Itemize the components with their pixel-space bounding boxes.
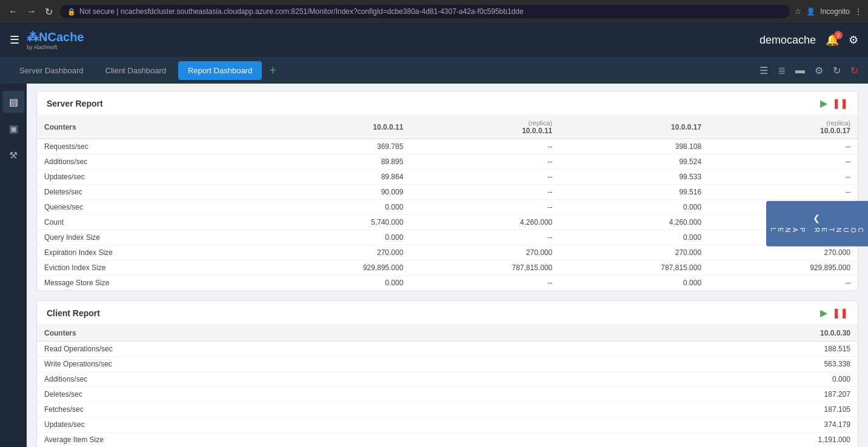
table-row: Updates/sec 374.179	[37, 417, 858, 432]
row-v4: --	[709, 139, 858, 154]
browser-nav[interactable]: ← → ↻	[6, 6, 55, 18]
server-table-header-row: Counters 10.0.0.11 (replica)10.0.0.11 10…	[37, 116, 858, 139]
row-label: Updates/sec	[37, 170, 262, 185]
app-layout: ▤ ▣ ⚒ Server Report ▶ ❚❚ Counters 10.0.0…	[0, 84, 868, 447]
client-table-body: Read Operations/sec 188.515 Write Operat…	[37, 342, 858, 448]
hamburger-menu[interactable]: ☰	[10, 33, 19, 47]
client-report-header: Client Report ▶ ❚❚	[37, 301, 858, 325]
table-row: Message Store Size 0.000 -- 0.000 --	[37, 276, 858, 291]
topnav-left: ☰ ⁂NCache by Alachisoft	[10, 30, 84, 50]
row-v1: 0.000	[561, 372, 858, 387]
row-v1: 929,895.000	[262, 260, 411, 276]
row-v3: 787,815.000	[559, 260, 709, 276]
list-icon-1[interactable]: ☰	[760, 65, 768, 76]
tab-report-dashboard[interactable]: Report Dashboard	[178, 61, 262, 80]
table-row: Read Operations/sec 188.515	[37, 342, 858, 357]
app-logo: ⁂NCache by Alachisoft	[27, 30, 84, 50]
back-button[interactable]: ←	[6, 6, 21, 17]
server-report-title: Server Report	[47, 99, 103, 108]
row-label: Additions/sec	[37, 372, 561, 387]
row-v1: 89.864	[262, 170, 411, 185]
table-row: Fetches/sec 187.105	[37, 402, 858, 417]
row-v4: 929,895.000	[709, 260, 858, 276]
topnav-right: democache 🔔 2 ⚙	[760, 33, 858, 47]
tab-client-dashboard[interactable]: Client Dashboard	[96, 61, 176, 80]
row-label: Deletes/sec	[37, 387, 561, 402]
tab-bar: Server Dashboard Client Dashboard Report…	[0, 57, 868, 84]
menu-icon[interactable]: ⋮	[855, 7, 862, 16]
sidebar: ▤ ▣ ⚒	[0, 84, 27, 447]
server-report-table: Counters 10.0.0.11 (replica)10.0.0.11 10…	[37, 116, 858, 290]
col-10011: 10.0.0.11	[262, 116, 411, 139]
notification-badge: 2	[834, 31, 843, 39]
col-replica-10017: (replica)10.0.0.17	[709, 116, 858, 139]
address-bar[interactable]: 🔒 Not secure | ncachesfdcluster.southeas…	[60, 5, 790, 18]
table-row: Average Item Size 1,191.000	[37, 432, 858, 448]
table-row: Updates/sec 89.864 -- 99.533 --	[37, 170, 858, 185]
table-row: Deletes/sec 90.009 -- 99.516 --	[37, 185, 858, 200]
list-icon-2[interactable]: ≣	[778, 65, 786, 76]
logo-text: ⁂NCache	[27, 30, 84, 44]
forward-button[interactable]: →	[24, 6, 39, 17]
counter-panel[interactable]: ❮ COUNTERPANEL	[766, 201, 868, 247]
server-play-button[interactable]: ▶	[820, 98, 827, 109]
profile-icon[interactable]: 👤	[806, 7, 815, 16]
row-v4: --	[709, 154, 858, 170]
row-v1: 1,191.000	[561, 432, 858, 448]
table-row: Count 5,740.000 4,260.000 4,260.000 5,74…	[37, 215, 858, 230]
sidebar-item-monitor[interactable]: ▣	[2, 118, 24, 139]
client-play-button[interactable]: ▶	[820, 307, 827, 319]
url-text: Not secure | ncachesfdcluster.southeasta…	[79, 7, 524, 16]
cache-name: democache	[760, 34, 816, 47]
add-tab-button[interactable]: +	[269, 64, 276, 78]
main-content: Server Report ▶ ❚❚ Counters 10.0.0.11 (r…	[27, 84, 868, 447]
table-row: Requests/sec 369.785 -- 398.108 --	[37, 139, 858, 154]
table-row: Write Operations/sec 563.338	[37, 357, 858, 372]
server-report-controls: ▶ ❚❚	[820, 98, 848, 109]
refresh-icon[interactable]: ↻	[833, 65, 841, 76]
row-v3: 99.524	[559, 154, 709, 170]
row-label: Query Index Size	[37, 230, 262, 245]
client-report-table: Counters 10.0.0.30 Read Operations/sec 1…	[37, 325, 858, 447]
profile-label: Incognito	[820, 7, 850, 16]
row-label: Requests/sec	[37, 139, 262, 154]
client-col-counters: Counters	[37, 325, 561, 342]
sidebar-item-tools[interactable]: ⚒	[2, 144, 24, 166]
logo-ncache: NCache	[39, 30, 84, 44]
client-pause-button[interactable]: ❚❚	[832, 307, 848, 319]
security-icon: 🔒	[67, 8, 76, 16]
refresh-alt-icon[interactable]: ↻	[850, 65, 858, 76]
table-row: Additions/sec 89.895 -- 99.524 --	[37, 154, 858, 170]
row-label: Expiration Index Size	[37, 245, 262, 260]
settings-icon[interactable]: ⚙	[849, 33, 858, 47]
server-report-section: Server Report ▶ ❚❚ Counters 10.0.0.11 (r…	[36, 91, 858, 291]
list-icon-3[interactable]: ▬	[795, 65, 805, 76]
row-v1: 0.000	[262, 276, 411, 291]
client-report-title: Client Report	[47, 308, 100, 318]
tab-server-dashboard[interactable]: Server Dashboard	[10, 61, 93, 80]
settings-toolbar-icon[interactable]: ⚙	[815, 65, 823, 76]
sidebar-item-dashboard[interactable]: ▤	[2, 91, 24, 113]
row-label: Message Store Size	[37, 276, 262, 291]
row-v3: 99.533	[559, 170, 709, 185]
client-table-header-row: Counters 10.0.0.30	[37, 325, 858, 342]
table-row: Eviction Index Size 929,895.000 787,815.…	[37, 260, 858, 276]
row-label: Write Operations/sec	[37, 357, 561, 372]
row-v3: 0.000	[559, 230, 709, 245]
row-label: Fetches/sec	[37, 402, 561, 417]
reload-button[interactable]: ↻	[42, 6, 55, 18]
col-replica-10011: (replica)10.0.0.11	[410, 116, 559, 139]
row-label: Additions/sec	[37, 154, 262, 170]
row-v1: 270.000	[262, 245, 411, 260]
row-label: Read Operations/sec	[37, 342, 561, 357]
row-v1: 5,740.000	[262, 215, 411, 230]
row-v1: 89.895	[262, 154, 411, 170]
row-v4: --	[709, 276, 858, 291]
notification-bell[interactable]: 🔔 2	[826, 33, 839, 47]
row-v4: --	[709, 185, 858, 200]
server-pause-button[interactable]: ❚❚	[832, 98, 848, 109]
row-v2: --	[410, 276, 559, 291]
row-v2: --	[410, 170, 559, 185]
bookmark-icon[interactable]: ☆	[795, 7, 801, 16]
row-v4: --	[709, 170, 858, 185]
